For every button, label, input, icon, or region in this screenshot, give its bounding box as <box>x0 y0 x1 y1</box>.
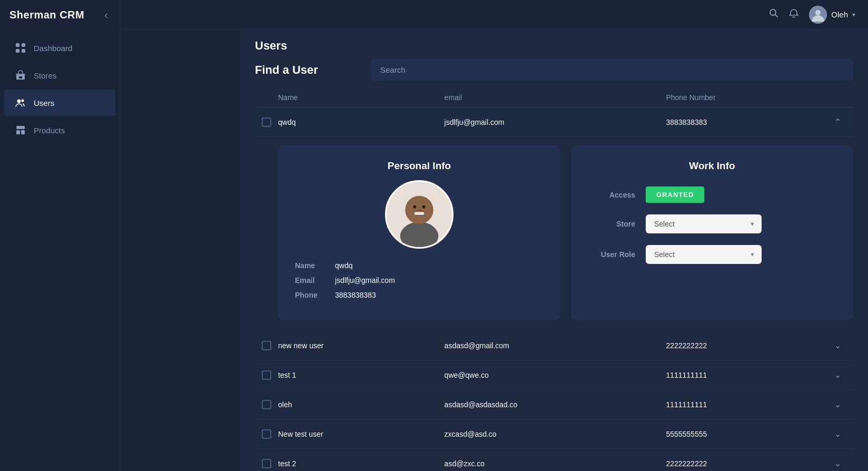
table-row[interactable]: test 2 asd@zxc.co 2222222222 ⌄ <box>255 449 853 471</box>
app-title: Sherman CRM <box>9 9 84 21</box>
row-1-name: qwdq <box>278 118 445 126</box>
sidebar-users-label: Users <box>34 99 54 107</box>
topbar: Oleh ▾ <box>120 0 868 30</box>
row-4-phone: 1111111111 <box>666 400 832 409</box>
checkbox-row-3[interactable] <box>262 370 271 380</box>
row-2-name: new new user <box>278 341 445 350</box>
store-label: Store <box>588 220 635 228</box>
sidebar-item-dashboard[interactable]: Dashboard <box>4 35 115 61</box>
user-role-label: User Role <box>588 250 635 259</box>
svg-rect-20 <box>414 212 424 215</box>
user-menu[interactable]: Oleh ▾ <box>809 6 855 24</box>
sidebar: Sherman CRM ‹ Dashboard <box>0 0 120 471</box>
access-label: Access <box>588 191 635 199</box>
name-label: Name <box>295 261 327 270</box>
row-2-phone: 2222222222 <box>666 341 832 350</box>
expand-button-row-6[interactable]: ⌄ <box>832 456 843 470</box>
sidebar-item-users[interactable]: Users <box>4 90 115 116</box>
row-2-check[interactable] <box>255 341 278 350</box>
personal-info-card: Personal Info <box>278 145 560 320</box>
svg-rect-5 <box>19 76 22 78</box>
work-store-row: Store Select <box>588 214 836 233</box>
expand-button-row-3[interactable]: ⌄ <box>832 368 843 382</box>
user-avatar <box>385 180 453 249</box>
granted-badge: GRANTED <box>646 187 704 203</box>
sidebar-collapse-button[interactable]: ‹ <box>102 7 110 23</box>
search-button[interactable] <box>769 8 778 21</box>
row-2-email: asdasd@gmail.com <box>445 341 666 350</box>
row-5-email: zxcasd@asd.co <box>445 430 666 438</box>
svg-point-19 <box>422 205 426 209</box>
sidebar-nav: Dashboard Stores <box>0 30 120 471</box>
work-info-card: Work Info Access GRANTED Store Select Us… <box>571 145 853 320</box>
row-6-email: asd@zxc.co <box>445 459 666 468</box>
products-icon <box>15 124 26 136</box>
header-phone: Phone Number <box>666 93 832 102</box>
checkbox-row-4[interactable] <box>262 400 271 409</box>
svg-point-7 <box>22 100 24 102</box>
row-5-expand[interactable]: ⌄ <box>832 427 853 441</box>
topbar-username: Oleh <box>831 10 848 19</box>
row-6-name: test 2 <box>278 459 445 468</box>
sidebar-item-products[interactable]: Products <box>4 117 115 143</box>
notifications-button[interactable] <box>789 8 798 21</box>
row-4-expand[interactable]: ⌄ <box>832 397 853 411</box>
row-4-name: oleh <box>278 400 445 409</box>
table-row[interactable]: New test user zxcasd@asd.co 5555555555 ⌄ <box>255 419 853 449</box>
info-email-row: Email jsdlfju@gmail.com <box>295 276 544 284</box>
checkbox-row-2[interactable] <box>262 341 271 350</box>
row-1-expand[interactable]: ⌃ <box>832 115 853 129</box>
table-row[interactable]: new new user asdasd@gmail.com 2222222222… <box>255 331 853 360</box>
row-2-expand[interactable]: ⌄ <box>832 338 853 352</box>
sidebar-stores-label: Stores <box>34 71 56 80</box>
main-content: Users Find a User Name email Phone Numbe… <box>240 30 868 471</box>
sidebar-item-stores[interactable]: Stores <box>4 62 115 89</box>
svg-point-6 <box>17 100 21 103</box>
user-role-select[interactable]: Select <box>646 245 762 264</box>
personal-info-title: Personal Info <box>388 160 451 172</box>
search-wrapper <box>371 59 853 81</box>
email-value: jsdlfju@gmail.com <box>335 276 395 284</box>
expanded-panel-row-1: Personal Info <box>255 137 853 331</box>
row-3-email: qwe@qwe.co <box>445 371 666 379</box>
row-6-expand[interactable]: ⌄ <box>832 456 853 470</box>
store-icon <box>15 70 26 81</box>
phone-value: 3883838383 <box>335 291 376 299</box>
expand-button-row-1[interactable]: ⌃ <box>832 115 843 129</box>
checkbox-row-5[interactable] <box>262 429 271 439</box>
checkbox-row-1[interactable] <box>262 117 271 127</box>
work-info-title: Work Info <box>588 160 836 172</box>
store-select[interactable]: Select <box>646 214 762 233</box>
table-row[interactable]: test 1 qwe@qwe.co 1111111111 ⌄ <box>255 360 853 390</box>
svg-point-18 <box>413 205 417 209</box>
sidebar-header: Sherman CRM ‹ <box>0 0 120 30</box>
page-title: Users <box>240 30 868 53</box>
search-input[interactable] <box>371 59 853 81</box>
header-email: email <box>445 93 666 102</box>
user-role-select-wrapper: Select <box>646 245 762 264</box>
expand-button-row-4[interactable]: ⌄ <box>832 397 843 411</box>
table-row[interactable]: qwdq jsdlfju@gmail.com 3883838383 ⌃ <box>255 107 853 137</box>
row-6-check[interactable] <box>255 459 278 468</box>
topbar-chevron-icon: ▾ <box>852 11 855 18</box>
expand-button-row-2[interactable]: ⌄ <box>832 338 843 352</box>
expand-button-row-5[interactable]: ⌄ <box>832 427 843 441</box>
row-1-check[interactable] <box>255 117 278 127</box>
info-phone-row: Phone 3883838383 <box>295 291 544 299</box>
svg-rect-8 <box>16 130 20 134</box>
svg-rect-1 <box>22 43 25 47</box>
row-5-phone: 5555555555 <box>666 430 832 438</box>
row-3-check[interactable] <box>255 370 278 380</box>
users-icon <box>15 97 26 109</box>
row-4-check[interactable] <box>255 400 278 409</box>
table-row[interactable]: oleh asdasd@asdasdad.co 1111111111 ⌄ <box>255 390 853 419</box>
svg-rect-3 <box>22 49 25 53</box>
row-3-expand[interactable]: ⌄ <box>832 368 853 382</box>
checkbox-row-6[interactable] <box>262 459 271 468</box>
row-1-email: jsdlfju@gmail.com <box>445 118 666 126</box>
row-4-email: asdasd@asdasdad.co <box>445 400 666 409</box>
row-5-name: New test user <box>278 430 445 438</box>
svg-rect-9 <box>21 130 25 134</box>
store-select-wrapper: Select <box>646 214 762 233</box>
row-5-check[interactable] <box>255 429 278 439</box>
